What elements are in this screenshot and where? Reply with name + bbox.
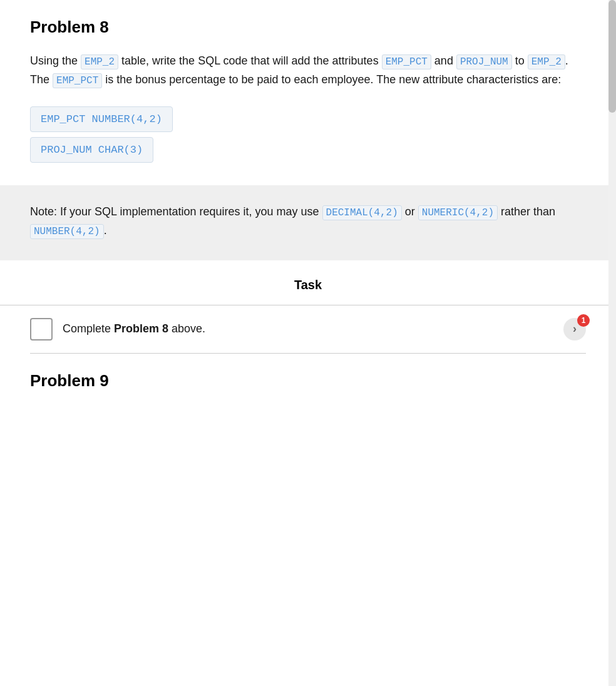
- problem8-section: Problem 8 Using the EMP_2 table, write t…: [0, 0, 616, 185]
- task-checkbox[interactable]: [30, 318, 53, 340]
- task-label: Complete Problem 8 above.: [63, 322, 553, 335]
- task-section: Task Complete Problem 8 above. › 1: [0, 260, 616, 354]
- scrollbar-thumb[interactable]: [608, 0, 616, 113]
- task-label-bold: Problem 8: [114, 322, 168, 335]
- problem8-title: Problem 8: [30, 18, 586, 37]
- note-section: Note: If your SQL implementation require…: [0, 185, 616, 260]
- code-line-1: EMP_PCT NUMBER(4,2): [30, 106, 173, 132]
- scrollbar-track[interactable]: [608, 0, 616, 686]
- code-line-2: PROJ_NUM CHAR(3): [30, 137, 153, 163]
- numeric-code: NUMERIC(4,2): [418, 205, 498, 220]
- code-block-area: EMP_PCT NUMBER(4,2) PROJ_NUM CHAR(3): [30, 106, 586, 163]
- emp2-code-2: EMP_2: [528, 54, 565, 69]
- page-container: Problem 8 Using the EMP_2 table, write t…: [0, 0, 616, 396]
- note-text: Note: If your SQL implementation require…: [30, 203, 586, 240]
- problem9-section: Problem 9: [0, 354, 616, 396]
- emp-pct-code-2: EMP_PCT: [53, 73, 102, 88]
- decimal-code: DECIMAL(4,2): [322, 205, 402, 220]
- chevron-right-icon: ›: [573, 322, 577, 335]
- emp2-code-1: EMP_2: [81, 54, 118, 69]
- number-code: NUMBER(4,2): [30, 224, 104, 239]
- task-title: Task: [30, 278, 586, 292]
- problem9-title: Problem 9: [30, 371, 586, 391]
- proj-num-code: PROJ_NUM: [456, 54, 512, 69]
- task-arrow-container: › 1: [563, 318, 586, 340]
- problem-description: Using the EMP_2 table, write the SQL cod…: [30, 52, 586, 89]
- task-item: Complete Problem 8 above. › 1: [30, 305, 586, 354]
- emp-pct-code-1: EMP_PCT: [382, 54, 431, 69]
- task-badge: 1: [577, 314, 590, 327]
